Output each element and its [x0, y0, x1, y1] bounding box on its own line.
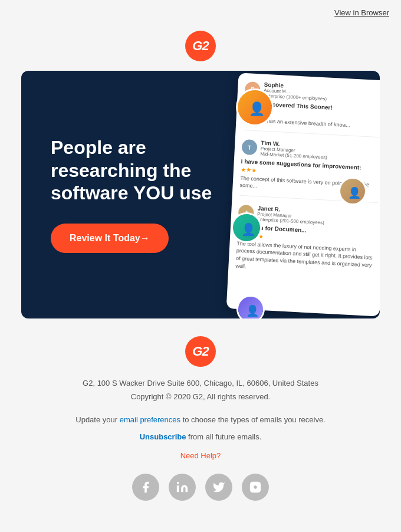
linkedin-svg — [176, 481, 189, 494]
footer-address: G2, 100 S Wacker Drive Suite 600, Chicag… — [24, 377, 377, 390]
need-help-link[interactable]: Need Help? — [180, 451, 221, 460]
svg-rect-0 — [177, 485, 179, 492]
view-in-browser-link[interactable]: View in Browser — [334, 8, 389, 17]
instagram-icon[interactable] — [242, 474, 269, 501]
facebook-svg — [139, 481, 152, 494]
g2-logo: G2 — [185, 31, 216, 61]
footer-unsubscribe-text: Unsubscribe from all future emails. — [24, 430, 377, 444]
footer: G2 G2, 100 S Wacker Drive Suite 600, Chi… — [0, 318, 401, 513]
social-icons — [24, 474, 377, 501]
top-bar: View in Browser — [0, 0, 401, 25]
floating-avatar-top-right: 👤 — [236, 88, 274, 126]
linkedin-icon[interactable] — [169, 474, 196, 501]
footer-g2-logo: G2 — [185, 336, 216, 367]
header-logo: G2 — [0, 25, 401, 71]
review-text-3: The tool allows the luxury of not needin… — [235, 239, 376, 277]
twitter-svg — [212, 481, 225, 494]
facebook-icon[interactable] — [132, 474, 159, 501]
main-headline: People are researching the software YOU … — [51, 136, 228, 204]
floating-avatar-bottom-left: 👤 — [236, 295, 265, 318]
cta-button[interactable]: Review It Today→ — [51, 224, 169, 253]
svg-point-1 — [177, 481, 179, 484]
email-preferences-link[interactable]: email preferences — [120, 415, 180, 424]
instagram-svg — [249, 481, 262, 494]
email-wrapper: View in Browser G2 People are researchin… — [0, 0, 401, 513]
footer-logo: G2 — [24, 336, 377, 367]
main-card: People are researching the software YOU … — [21, 71, 380, 318]
avatar-2: T — [241, 139, 257, 155]
footer-copyright: Copyright © 2020 G2, All rights reserved… — [24, 392, 377, 401]
main-card-left: People are researching the software YOU … — [51, 136, 228, 252]
unsubscribe-link[interactable]: Unsubscribe — [140, 432, 186, 441]
floating-avatar-mid-right: 👤 — [338, 177, 367, 205]
footer-update-text: Update your email preferences to choose … — [24, 413, 377, 426]
floating-avatar-mid-left: 👤 — [231, 212, 262, 243]
twitter-icon[interactable] — [205, 474, 232, 501]
